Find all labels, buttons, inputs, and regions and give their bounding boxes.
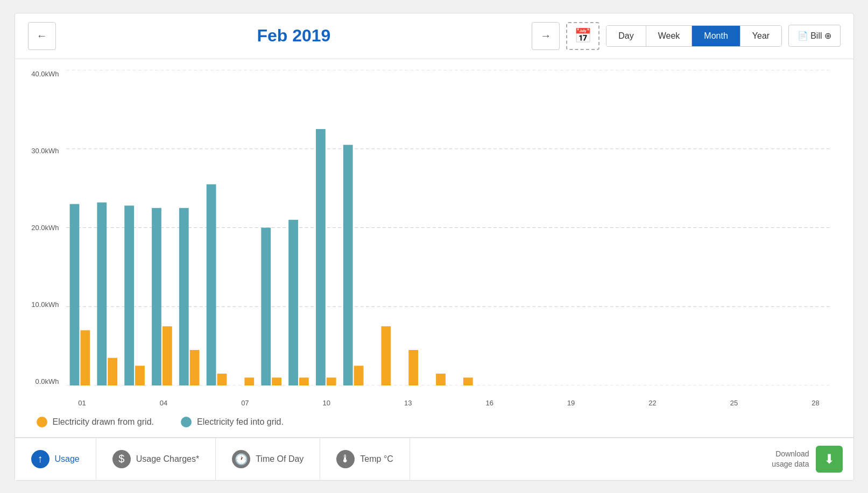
- x-label-22: 22: [642, 399, 664, 407]
- svg-rect-27: [408, 349, 418, 385]
- bill-icon: 📄: [798, 31, 808, 41]
- svg-rect-16: [217, 373, 227, 385]
- svg-rect-15: [206, 184, 216, 385]
- usage-icon: ↑: [31, 450, 50, 468]
- download-icon: ⬇: [824, 452, 835, 467]
- y-label-10: 10.0kWh: [26, 301, 63, 309]
- footer-charges-label: Usage Charges*: [136, 454, 199, 464]
- tab-year[interactable]: Year: [740, 26, 781, 46]
- x-label-01: 01: [72, 399, 93, 407]
- charges-icon: $: [112, 450, 131, 468]
- footer-tab-timeofday[interactable]: 🕐 Time Of Day: [216, 438, 320, 480]
- forward-button[interactable]: →: [532, 22, 560, 50]
- x-label-04: 04: [153, 399, 174, 407]
- footer-tabs: ↑ Usage $ Usage Charges* 🕐 Time Of Day 🌡…: [15, 437, 853, 480]
- svg-rect-8: [108, 358, 117, 385]
- svg-rect-29: [463, 377, 472, 385]
- view-tabs: Day Week Month Year: [606, 25, 782, 47]
- svg-rect-22: [315, 129, 325, 385]
- x-label-19: 19: [560, 399, 582, 407]
- x-axis: 01 04 07 10 13 16 19 22 25 28: [66, 388, 832, 407]
- svg-rect-28: [436, 373, 446, 385]
- download-label: Downloadusage data: [772, 449, 809, 468]
- y-label-20: 20.0kWh: [26, 224, 63, 232]
- svg-rect-12: [162, 326, 172, 385]
- footer-usage-label: Usage: [55, 454, 80, 464]
- legend-teal: Electricity fed into grid.: [181, 417, 284, 427]
- x-label-28: 28: [805, 399, 826, 407]
- x-label-10: 10: [316, 399, 337, 407]
- tab-week[interactable]: Week: [646, 26, 693, 46]
- svg-rect-26: [381, 326, 391, 385]
- svg-rect-13: [179, 208, 188, 385]
- bill-plus-icon: ⊕: [824, 31, 831, 41]
- timeofday-icon: 🕐: [232, 450, 250, 468]
- chart-area: 40.0kWh 30.0kWh 20.0kWh 10.0kWh 0.0kWh: [15, 59, 853, 407]
- x-label-13: 13: [397, 399, 419, 407]
- footer-temp-label: Temp °C: [360, 454, 393, 464]
- x-label-07: 07: [234, 399, 256, 407]
- tab-month[interactable]: Month: [692, 26, 740, 46]
- chart-canvas: [66, 70, 832, 385]
- page-title: Feb 2019: [62, 26, 526, 46]
- svg-rect-6: [80, 330, 90, 385]
- legend-dot-orange: [37, 417, 47, 427]
- footer-timeofday-label: Time Of Day: [256, 454, 304, 464]
- svg-rect-5: [69, 204, 79, 385]
- y-label-30: 30.0kWh: [26, 147, 63, 155]
- x-label-16: 16: [479, 399, 500, 407]
- svg-rect-10: [135, 366, 145, 385]
- svg-rect-11: [152, 208, 161, 385]
- svg-rect-9: [124, 205, 134, 385]
- svg-rect-24: [343, 145, 352, 385]
- svg-rect-18: [261, 227, 271, 385]
- y-label-40: 40.0kWh: [26, 70, 63, 78]
- bill-label: Bill: [810, 31, 822, 41]
- back-button[interactable]: ←: [28, 22, 56, 50]
- legend-label-teal: Electricity fed into grid.: [197, 417, 284, 427]
- legend-orange: Electricity drawn from grid.: [37, 417, 154, 427]
- footer-tab-temp[interactable]: 🌡 Temp °C: [320, 438, 410, 480]
- y-label-0: 0.0kWh: [26, 377, 63, 385]
- legend-dot-teal: [181, 417, 192, 427]
- chart-legend: Electricity drawn from grid. Electricity…: [15, 407, 853, 437]
- x-label-25: 25: [723, 399, 745, 407]
- svg-rect-25: [354, 366, 363, 385]
- svg-rect-19: [272, 377, 281, 385]
- svg-rect-7: [97, 202, 107, 385]
- tab-day[interactable]: Day: [606, 26, 646, 46]
- svg-rect-17: [244, 377, 254, 385]
- footer-tab-charges[interactable]: $ Usage Charges*: [96, 438, 216, 480]
- y-axis: 40.0kWh 30.0kWh 20.0kWh 10.0kWh 0.0kWh: [26, 70, 63, 385]
- legend-label-orange: Electricity drawn from grid.: [53, 417, 154, 427]
- temp-icon: 🌡: [336, 450, 355, 468]
- bill-button[interactable]: 📄 Bill ⊕: [788, 25, 840, 47]
- calendar-icon: 📅: [574, 27, 591, 44]
- calendar-button[interactable]: 📅: [566, 22, 599, 50]
- download-button[interactable]: ⬇: [816, 446, 843, 473]
- svg-rect-20: [288, 219, 298, 385]
- footer-tab-usage[interactable]: ↑ Usage: [15, 438, 96, 480]
- svg-rect-14: [189, 349, 199, 385]
- svg-rect-21: [299, 377, 309, 385]
- svg-rect-23: [326, 377, 336, 385]
- download-area: Downloadusage data ⬇: [761, 438, 853, 480]
